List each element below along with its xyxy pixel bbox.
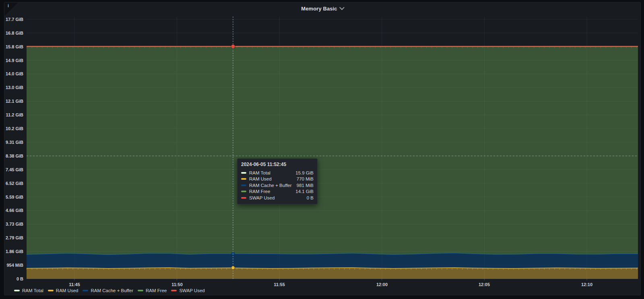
legend-label: RAM Used bbox=[56, 288, 78, 293]
series-color-swatch bbox=[14, 290, 20, 291]
y-axis-label: 2.79 GiB bbox=[4, 235, 23, 241]
tooltip-rows: RAM Total15.9 GiBRAM Used770 MiBRAM Cach… bbox=[241, 170, 314, 201]
tooltip-series-value: 981 MiB bbox=[297, 183, 314, 188]
y-axis-label: 7.45 GiB bbox=[4, 167, 23, 172]
y-axis-label: 13.0 GiB bbox=[4, 85, 23, 90]
y-axis-label: 15.8 GiB bbox=[4, 44, 23, 50]
tooltip-series-label: SWAP Used bbox=[249, 195, 275, 200]
legend-label: SWAP Used bbox=[179, 288, 204, 293]
y-axis-label: 11.2 GiB bbox=[4, 112, 23, 118]
series-color-swatch bbox=[83, 290, 88, 291]
x-axis-label: 11:50 bbox=[165, 282, 189, 287]
tooltip-row: RAM Free14.1 GiB bbox=[241, 189, 314, 195]
tooltip-row: RAM Cache + Buffer981 MiB bbox=[241, 182, 314, 189]
series-color-swatch bbox=[241, 178, 246, 180]
y-axis-label: 14.0 GiB bbox=[4, 71, 23, 77]
tooltip-series-label: RAM Free bbox=[249, 189, 270, 194]
x-axis-label: 11:45 bbox=[62, 282, 87, 287]
series-color-swatch bbox=[241, 172, 246, 174]
tooltip-row: RAM Used770 MiB bbox=[241, 176, 314, 183]
legend-item-swap-used[interactable]: SWAP Used bbox=[171, 288, 204, 293]
y-axis-label: 6.52 GiB bbox=[4, 181, 23, 186]
series-color-swatch bbox=[241, 197, 246, 199]
x-axis-label: 11:55 bbox=[267, 282, 291, 287]
tooltip-timestamp: 2024-06-05 11:52:45 bbox=[241, 162, 314, 167]
legend-item-ram-total[interactable]: RAM Total bbox=[14, 288, 43, 293]
y-axis-label: 12.1 GiB bbox=[4, 98, 23, 104]
legend: RAM TotalRAM UsedRAM Cache + BufferRAM F… bbox=[14, 288, 205, 293]
y-axis-label: 14.9 GiB bbox=[4, 58, 23, 63]
x-axis-label: 12:10 bbox=[575, 282, 599, 287]
y-axis-label: 10.2 GiB bbox=[4, 126, 23, 131]
hover-dot-swap-used bbox=[231, 44, 235, 48]
y-axis-label: 3.73 GiB bbox=[4, 221, 23, 227]
series-color-swatch bbox=[241, 191, 246, 192]
y-axis-label: 5.59 GiB bbox=[4, 194, 23, 200]
y-axis-label: 954 MiB bbox=[4, 262, 23, 268]
series-area-ram-used bbox=[27, 268, 638, 279]
y-axis-label: 8.38 GiB bbox=[4, 153, 23, 159]
tooltip-series-value: 770 MiB bbox=[297, 176, 314, 181]
grafana-dashboard: i Memory Basic 0 B954 MiB1.86 GiB2.79 Gi… bbox=[0, 0, 644, 299]
hover-dot-ram-cache-buffer bbox=[231, 252, 235, 255]
series-color-swatch bbox=[171, 290, 177, 291]
series-color-swatch bbox=[48, 290, 54, 291]
x-axis-label: 12:00 bbox=[370, 282, 394, 287]
legend-item-ram-cache-buffer[interactable]: RAM Cache + Buffer bbox=[83, 288, 133, 293]
tooltip-series-value: 0 B bbox=[307, 195, 314, 200]
panel-title: Memory Basic bbox=[301, 6, 337, 12]
tooltip-row: SWAP Used0 B bbox=[241, 195, 314, 201]
tooltip-series-label: RAM Total bbox=[249, 170, 270, 175]
legend-label: RAM Free bbox=[146, 288, 167, 293]
tooltip-series-value: 14.1 GiB bbox=[295, 189, 314, 194]
legend-item-ram-free[interactable]: RAM Free bbox=[138, 288, 167, 293]
y-axis-label: 0 B bbox=[4, 276, 23, 282]
y-axis-label: 1.86 GiB bbox=[4, 249, 23, 254]
y-axis-label: 17.7 GiB bbox=[4, 17, 23, 22]
series-area-ram-free bbox=[27, 46, 638, 255]
x-axis-label: 12:05 bbox=[472, 282, 496, 287]
tooltip-row: RAM Total15.9 GiB bbox=[241, 170, 314, 176]
tooltip-series-value: 15.9 GiB bbox=[295, 170, 314, 175]
chevron-down-icon bbox=[339, 5, 345, 10]
series-area-ram-cache-buffer bbox=[27, 253, 638, 268]
panel-header[interactable]: Memory Basic bbox=[4, 2, 640, 15]
legend-label: RAM Total bbox=[22, 288, 43, 293]
series-color-swatch bbox=[138, 290, 143, 291]
memory-basic-panel: i Memory Basic 0 B954 MiB1.86 GiB2.79 Gi… bbox=[4, 2, 641, 295]
series-color-swatch bbox=[241, 185, 246, 186]
y-axis-label: 4.66 GiB bbox=[4, 208, 23, 213]
tooltip-series-label: RAM Cache + Buffer bbox=[249, 183, 292, 188]
hover-dot-ram-used bbox=[231, 266, 235, 270]
y-axis-label: 16.8 GiB bbox=[4, 30, 23, 36]
time-series-plot[interactable] bbox=[27, 17, 638, 279]
legend-item-ram-used[interactable]: RAM Used bbox=[48, 288, 78, 293]
y-axis-label: 9.31 GiB bbox=[4, 139, 23, 145]
tooltip: 2024-06-05 11:52:45 RAM Total15.9 GiBRAM… bbox=[237, 158, 318, 204]
legend-label: RAM Cache + Buffer bbox=[91, 288, 133, 293]
tooltip-series-label: RAM Used bbox=[249, 176, 272, 181]
